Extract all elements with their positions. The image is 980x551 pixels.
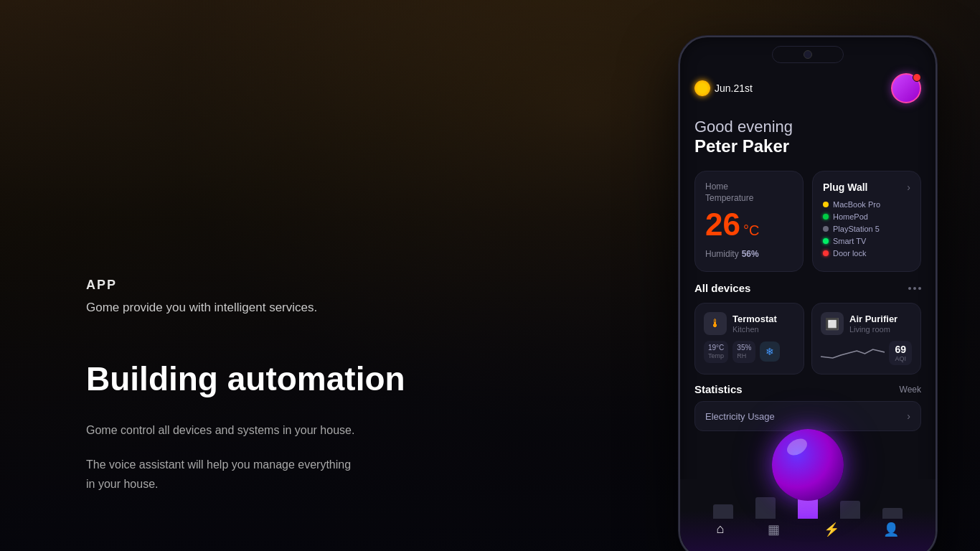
device-homepod-label: HomePod (833, 212, 868, 221)
thermostat-icon: 🌡 (704, 312, 727, 335)
thermostat-temp-badge: 19°C Temp (704, 341, 728, 363)
description-paragraph-2: The voice assistant will help you manage… (86, 455, 359, 494)
greeting-text: Good evening (694, 118, 921, 136)
phone-frame: Jun.21st Good evening Peter Paker Home T… (679, 36, 937, 551)
plug-device-homepod: HomePod (823, 212, 910, 221)
electricity-label: Electricity Usage (705, 411, 775, 422)
bar-1 (713, 504, 733, 519)
thermostat-header: 🌡 Termostat Kitchen (704, 312, 795, 335)
phone-mockup: Jun.21st Good evening Peter Paker Home T… (679, 36, 937, 551)
nav-user-icon[interactable]: 👤 (883, 522, 899, 537)
plug-device-playstation: PlayStation 5 (823, 225, 910, 233)
cards-row: Home Temperature 26 °C Humidity 56% Plug… (694, 171, 921, 272)
nav-bolt-icon[interactable]: ⚡ (824, 522, 839, 537)
air-purifier-info: Air Purifier Living room (849, 314, 897, 334)
voice-assistant-orb[interactable] (772, 429, 844, 501)
left-content-area: APP Gome provide you with intelligent se… (0, 0, 588, 551)
device-playstation-label: PlayStation 5 (833, 225, 880, 233)
device-doorlock-label: Door lock (833, 249, 866, 258)
bottom-nav: ⌂ ▦ ⚡ 👤 (680, 519, 936, 537)
aqi-label: AQI (895, 355, 906, 362)
greeting-section: Good evening Peter Paker (694, 118, 921, 156)
plug-wall-header: Plug Wall › (823, 182, 910, 193)
plug-device-macbook: MacBook Pro (823, 200, 910, 209)
sun-icon (694, 80, 710, 96)
devices-row: 🌡 Termostat Kitchen 19°C Temp 35% (694, 303, 921, 375)
aqi-badge: 69 AQI (889, 341, 912, 365)
plug-device-smarttv: Smart TV (823, 237, 910, 245)
section-title: Building automation (86, 359, 588, 399)
device-macbook-label: MacBook Pro (833, 200, 880, 209)
bar-5 (882, 508, 903, 519)
air-purifier-location: Living room (849, 325, 897, 334)
humidity-value: 56% (742, 249, 759, 259)
plug-wall-card[interactable]: Plug Wall › MacBook Pro HomePod PlayStat… (812, 171, 921, 272)
thermostat-stats: 19°C Temp 35% RH ❄ (704, 341, 795, 363)
dot-macbook (823, 202, 829, 207)
device-smarttv-label: Smart TV (833, 237, 866, 245)
electricity-chevron-icon: › (907, 410, 910, 422)
greeting-name: Peter Paker (694, 136, 921, 156)
all-devices-header: All devices (694, 282, 921, 294)
avatar[interactable] (891, 73, 921, 103)
statistics-title: Statistics (694, 383, 743, 395)
humidity-label: Humidity (705, 249, 739, 259)
plug-wall-title: Plug Wall (823, 182, 867, 193)
air-purifier-stats: 69 AQI (821, 341, 912, 365)
statistics-section: Statistics Week Electricity Usage › (694, 383, 921, 431)
temp-card-subtitle: Temperature (705, 193, 793, 203)
dot-smarttv (823, 238, 829, 244)
air-purifier-name: Air Purifier (849, 314, 897, 325)
description-block: Gome control all devices and systems in … (86, 420, 359, 508)
thermostat-name: Termostat (732, 314, 777, 325)
air-purifier-chart (821, 342, 885, 364)
nav-home-icon[interactable]: ⌂ (717, 522, 725, 537)
temperature-unit: °C (743, 222, 759, 239)
bar-2 (755, 497, 776, 519)
thermostat-card[interactable]: 🌡 Termostat Kitchen 19°C Temp 35% (694, 303, 804, 375)
air-purifier-icon: 🔲 (821, 312, 844, 335)
description-paragraph-1: Gome control all devices and systems in … (86, 420, 359, 440)
more-options-icon[interactable] (908, 287, 921, 290)
dot-homepod (823, 214, 829, 220)
tagline: Gome provide you with intelligent servic… (86, 298, 588, 317)
humidity-row: Humidity 56% (705, 249, 793, 259)
plug-device-doorlock: Door lock (823, 249, 910, 258)
statistics-header: Statistics Week (694, 383, 921, 395)
thermostat-info: Termostat Kitchen (732, 314, 777, 334)
bar-4 (840, 501, 860, 519)
dot-playstation (823, 226, 829, 232)
air-purifier-header: 🔲 Air Purifier Living room (821, 312, 912, 335)
week-label: Week (900, 385, 921, 395)
temp-card-title: Home (705, 182, 793, 192)
phone-notch (772, 46, 844, 63)
all-devices-title: All devices (694, 282, 750, 294)
thermostat-rh-badge: 35% RH (732, 341, 755, 363)
aqi-value: 69 (895, 344, 906, 355)
phone-header: Jun.21st (694, 73, 921, 103)
electricity-usage-row[interactable]: Electricity Usage › (694, 401, 921, 431)
date-badge: Jun.21st (694, 80, 753, 96)
date-text: Jun.21st (715, 83, 753, 94)
temperature-value: 26 (705, 209, 740, 240)
plug-wall-chevron-icon: › (907, 182, 910, 193)
thermostat-snowflake-icon[interactable]: ❄ (760, 342, 780, 362)
temperature-card[interactable]: Home Temperature 26 °C Humidity 56% (694, 171, 804, 272)
app-label: APP (86, 278, 588, 293)
air-purifier-card[interactable]: 🔲 Air Purifier Living room (811, 303, 921, 375)
nav-chart-icon[interactable]: ▦ (768, 522, 780, 537)
dot-doorlock (823, 250, 829, 256)
thermostat-location: Kitchen (732, 325, 777, 334)
